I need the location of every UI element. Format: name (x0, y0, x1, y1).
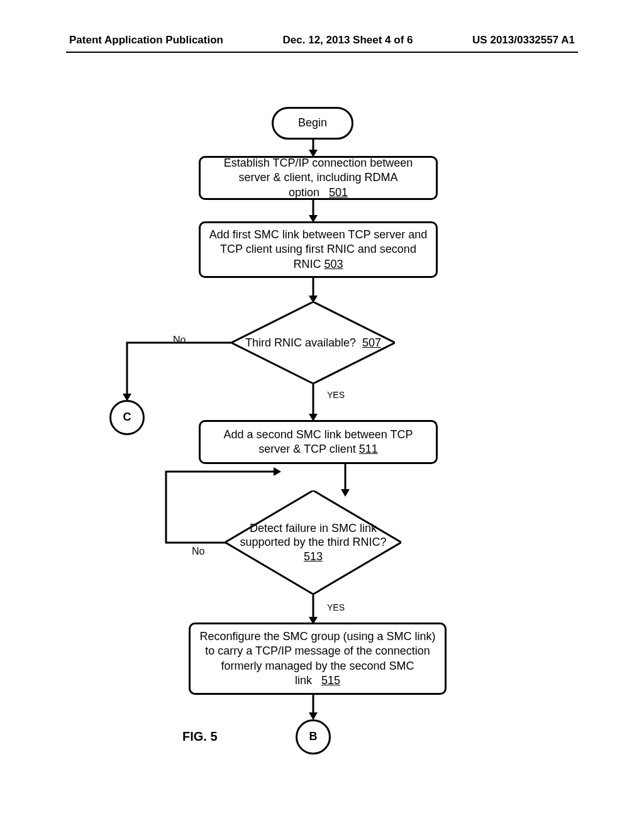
arrow-begin-501 (313, 140, 314, 157)
arrow-507-511 (313, 384, 314, 421)
step-511: Add a second SMC link between TCP server… (199, 420, 438, 464)
label-no-513: No (192, 546, 204, 557)
step-503-text: Add first SMC link between TCP server an… (208, 228, 428, 272)
arrow-501-503 (313, 200, 314, 223)
header-center: Dec. 12, 2013 Sheet 4 of 6 (283, 34, 413, 47)
header-divider (66, 52, 578, 53)
header-right: US 2013/0332557 A1 (472, 34, 575, 47)
step-503: Add first SMC link between TCP server an… (199, 221, 438, 278)
arrow-513-515 (313, 594, 314, 624)
label-yes-513: YES (327, 602, 345, 612)
label-yes-507: YES (327, 390, 345, 400)
step-501-text: Establish TCP/IP connection between serv… (208, 156, 428, 200)
arrow-515-b (313, 695, 314, 720)
arrow-507-c (126, 341, 233, 404)
decision-513-text: Detect failure in SMC link supported by … (225, 521, 401, 564)
begin-terminator: Begin (272, 107, 353, 140)
connector-c: C (109, 400, 145, 435)
svg-marker-13 (274, 467, 281, 476)
step-515-text: Reconfigure the SMC group (using a SMC l… (198, 629, 437, 689)
connector-b-label: B (309, 729, 318, 744)
step-511-text: Add a second SMC link between TCP server… (208, 428, 428, 457)
header-left: Patent Application Publication (69, 34, 223, 47)
step-501: Establish TCP/IP connection between serv… (199, 156, 438, 200)
step-515: Reconfigure the SMC group (using a SMC l… (189, 622, 447, 695)
begin-label: Begin (298, 116, 327, 130)
arrow-503-507 (313, 278, 314, 303)
decision-507-text: Third RNIC available? 507 (239, 336, 387, 350)
decision-507: Third RNIC available? 507 (231, 302, 395, 384)
figure-label: FIG. 5 (182, 729, 218, 744)
connector-b: B (296, 719, 331, 755)
connector-c-label: C (123, 410, 131, 424)
flowchart-canvas: Begin Establish TCP/IP connection betwee… (0, 75, 644, 799)
